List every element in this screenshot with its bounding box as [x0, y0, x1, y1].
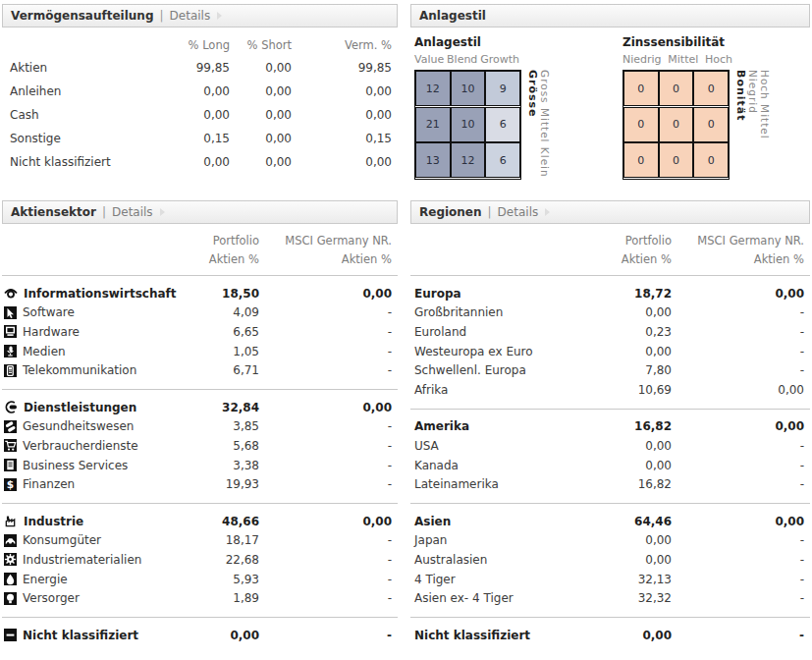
asset-row: Sonstige0,150,000,15	[2, 127, 398, 150]
dollar-icon: $	[4, 478, 17, 491]
header-separator: |	[160, 5, 164, 27]
row-label: 4 Tiger	[414, 573, 456, 586]
table-group: Industrie48,660,00Konsumgüter18,17-Indus…	[2, 504, 398, 618]
equity-style-axis-label: Grösse	[526, 70, 539, 180]
table-group: Amerika16,820,00USA0,00-Kanada0,00-Latei…	[410, 410, 810, 504]
regions-details-link[interactable]: Details	[498, 201, 539, 223]
row-benchmark-value: -	[672, 325, 804, 339]
row-portfolio-value: 64,46	[603, 515, 672, 528]
details-arrow-icon	[545, 208, 550, 216]
style-grid-cell: 21	[415, 107, 451, 142]
row-benchmark-value: -	[259, 345, 392, 358]
header-separator: |	[102, 201, 106, 223]
row-portfolio-value: 48,66	[190, 515, 259, 528]
row-label: Australasien	[414, 553, 487, 567]
row-portfolio-value: 10,69	[603, 383, 672, 397]
row-label: Amerika	[414, 419, 469, 433]
table-group: Dienstleistungen32,840,00Gesundheitswese…	[2, 390, 398, 504]
svg-text:$: $	[7, 478, 14, 490]
table-group: Informationswirtschaft18,500,00Software4…	[2, 276, 398, 390]
table-row: Schwellenl. Europa7,80-	[412, 360, 804, 380]
row-label: Dienstleistungen	[24, 401, 136, 414]
row-benchmark-value: 0,00	[259, 287, 392, 301]
row-portfolio-value: 7,80	[603, 363, 672, 377]
row-label: Lateinamerika	[414, 477, 499, 491]
regions-header-bar: Regionen | Details	[410, 200, 810, 224]
row-portfolio-value: 6,65	[190, 325, 259, 339]
row-label: Schwellenl. Europa	[414, 363, 526, 377]
column-header-portfolio: Portfolio	[603, 234, 672, 248]
row-label: Finanzen	[23, 477, 75, 491]
equity-sector-details-link[interactable]: Details	[112, 201, 153, 223]
table-row: Verbraucherdienste5,68-	[4, 436, 392, 456]
row-benchmark-value: -	[259, 533, 392, 547]
row-portfolio-value: 5,68	[190, 439, 259, 453]
group-header-row: Industrie48,660,00	[4, 512, 392, 531]
table-row: Energie5,93-	[4, 570, 392, 589]
style-grid-cell: 10	[451, 107, 486, 142]
header-separator: |	[488, 201, 492, 223]
region-column-headers: Portfolio MSCI Germany NR. Aktien % Akti…	[410, 224, 810, 276]
style-grid-cell: 6	[485, 107, 520, 142]
style-col-niedrig: Niedrig	[623, 53, 662, 66]
row-label: Versorger	[23, 591, 80, 605]
row-label: USA	[414, 439, 439, 453]
fund-portfolio-page: Vermögensaufteilung | Details % Long % S…	[0, 0, 812, 660]
row-label: Afrika	[414, 383, 448, 397]
equity-sector-title: Aktiensektor	[11, 201, 96, 223]
row-label: Europa	[414, 287, 461, 301]
row-label: Hardware	[23, 325, 80, 339]
row-portfolio-value: 0,23	[603, 325, 672, 339]
row-portfolio-value: 19,93	[190, 477, 259, 491]
microphone-icon	[4, 345, 17, 358]
row-benchmark-value: -	[672, 629, 804, 642]
row-benchmark-value: -	[672, 459, 804, 472]
row-portfolio-value: 16,82	[603, 477, 672, 491]
column-header-short: % Short	[230, 38, 292, 52]
row-label: Konsumgüter	[23, 533, 101, 547]
asset-row-long: 0,00	[171, 108, 230, 122]
minus-icon	[4, 629, 17, 641]
row-portfolio-value: 0,00	[190, 629, 259, 642]
factory-icon	[4, 515, 18, 527]
table-row: Westeuropa ex Euro0,00-	[412, 342, 804, 361]
row-benchmark-value: -	[259, 553, 392, 567]
regions-section: Regionen | Details Portfolio MSCI German…	[410, 200, 810, 654]
row-label: Asien ex- 4 Tiger	[414, 591, 514, 605]
column-header-verm: Verm. %	[292, 38, 392, 52]
row-label: Großbritannien	[414, 305, 503, 319]
row-benchmark-value: 0,00	[672, 515, 804, 528]
table-row: Software4,09-	[4, 303, 392, 323]
row-portfolio-value: 0,00	[603, 439, 672, 453]
row-label: Kanada	[414, 459, 459, 472]
row-label: Industrie	[24, 515, 83, 528]
style-col-mittel: Mittel	[668, 53, 698, 66]
group-header-row: Informationswirtschaft18,500,00	[4, 284, 392, 303]
row-label: Verbraucherdienste	[23, 439, 138, 453]
equity-sector-header-bar: Aktiensektor | Details	[2, 200, 398, 224]
row-label: Gesundheitswesen	[23, 419, 134, 433]
style-grid-cell: 0	[623, 107, 659, 142]
asset-row-label: Sonstige	[10, 132, 171, 145]
style-grid-cell: 0	[693, 142, 729, 178]
equity-style-scale-label: Gross Mittel Klein	[539, 70, 551, 180]
row-benchmark-value: -	[259, 419, 392, 433]
equity-style-grid: 121092110613126	[414, 70, 521, 180]
row-benchmark-value: 0,00	[672, 419, 804, 433]
asset-row-verm: 99,85	[292, 61, 392, 75]
asset-allocation-header-bar: Vermögensaufteilung | Details	[2, 4, 398, 28]
details-arrow-icon	[160, 208, 165, 216]
style-col-hoch: Hoch	[705, 53, 732, 66]
row-benchmark-value: -	[259, 477, 392, 491]
row-benchmark-value: 0,00	[672, 383, 804, 397]
table-group: Europa18,720,00Großbritannien0,00-Eurola…	[410, 276, 810, 410]
asset-allocation-details-link[interactable]: Details	[170, 5, 211, 27]
asset-row: Cash0,000,000,00	[2, 103, 398, 127]
group-header-row: Europa18,720,00	[412, 284, 804, 303]
column-header-benchmark: MSCI Germany NR.	[259, 234, 392, 248]
asset-row-verm: 0,15	[292, 132, 392, 145]
asset-row-label: Aktien	[10, 61, 171, 75]
style-grid-cell: 13	[415, 142, 451, 178]
table-row: Afrika10,690,00	[412, 380, 804, 400]
table-row: Telekommunikation6,71-	[4, 360, 392, 380]
